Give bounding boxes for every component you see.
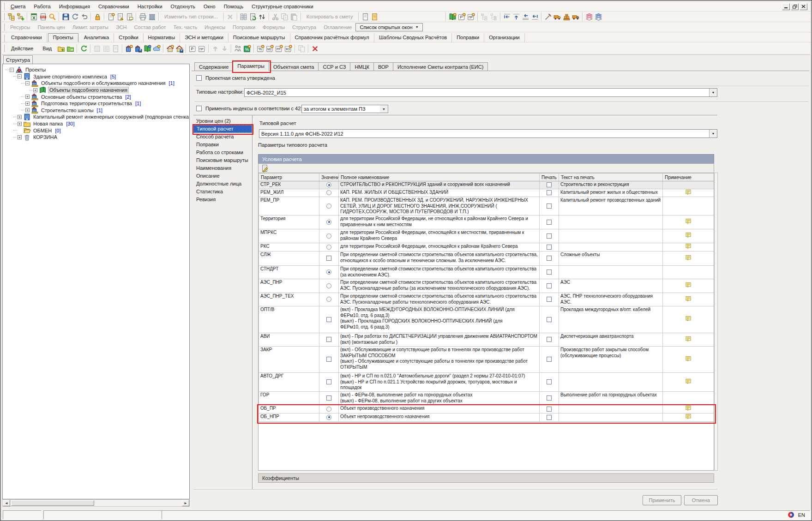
menu-item[interactable]: Окно	[199, 3, 220, 10]
value-radio[interactable]	[326, 283, 331, 288]
print-checkbox[interactable]	[547, 317, 552, 322]
print-checkbox[interactable]	[547, 245, 552, 250]
category-item[interactable]: Уровни цен (2)	[193, 117, 252, 125]
table-row[interactable]: СТР_РЕКСТРОИТЕЛЬСТВО и РЕКОНСТРУКЦИЯ зда…	[259, 181, 714, 189]
toolbar-label-button[interactable]: Изменить тип строки...	[161, 14, 222, 19]
keyboard-layout-icon[interactable]	[788, 511, 794, 519]
tree-item[interactable]: +Новая папка[30]	[3, 120, 189, 127]
panel-toggle[interactable]: Состав работ	[131, 24, 170, 30]
scrollbar-thumb[interactable]	[11, 500, 94, 506]
tree-item[interactable]: −Объекты подсобного и обслуживающего наз…	[3, 80, 189, 87]
house-export-icon[interactable]	[174, 44, 184, 53]
refresh-green-icon[interactable]	[79, 44, 88, 53]
panel-toggle[interactable]: Формулы	[259, 24, 289, 30]
columns-gray-icon[interactable]	[102, 44, 111, 53]
page-gray-icon[interactable]	[111, 44, 120, 53]
value-checkbox[interactable]	[326, 256, 331, 261]
tree-item[interactable]: −Здание спортивного комплекса[5]	[3, 73, 189, 80]
detail-tab[interactable]: НМЦК	[350, 62, 374, 71]
tree-structure-icon[interactable]	[6, 12, 16, 21]
table-row[interactable]: РЕМ_ЖИЛКАП. РЕМ. ЖИЛЫХ И ОБЩЕСТВЕННЫХ ЗД…	[259, 189, 714, 197]
indices-mode-combo[interactable]: за итогом к элементам ПЗ ▼	[301, 105, 388, 113]
detail-tab[interactable]: Содержание	[194, 62, 233, 71]
workspace-tab-поправки[interactable]: Поправки	[452, 33, 484, 42]
row-refresh-icon[interactable]	[248, 12, 258, 21]
table-row[interactable]: АЭС_ПНР_ТЕХПри определении сметной стоим…	[259, 293, 714, 306]
value-radio[interactable]	[326, 245, 331, 250]
print-checkbox[interactable]	[547, 204, 552, 209]
print-checkbox[interactable]	[547, 269, 552, 275]
note-icon[interactable]	[686, 316, 692, 323]
menu-item[interactable]: Структурные справочники	[247, 3, 317, 10]
open-windows-button[interactable]: Список открытых окон▼	[355, 23, 422, 31]
coefficients-section[interactable]: Коэффициенты	[258, 473, 714, 483]
table-row[interactable]: АВИ(вкл) - При работах по ДИСПЕТЧЕРИЗАЦИ…	[259, 333, 714, 347]
tree-item[interactable]: +Объекты подсобного назначения	[3, 87, 189, 94]
workspace-tab-проекты[interactable]: Проекты	[48, 33, 78, 42]
panel-toggle[interactable]: Тех. часть	[169, 24, 201, 30]
table-row[interactable]: АВТО_ДРГ(вкл) - НР и СП по п.021.0 ''Авт…	[259, 373, 714, 392]
panel-toggle[interactable]: Лимит. затраты	[69, 24, 112, 30]
menu-item[interactable]: Информация	[55, 3, 94, 10]
panel-toggle[interactable]: Структура	[289, 24, 320, 30]
table-row[interactable]: АЭС_ПНРПри определении сметной стоимости…	[259, 279, 714, 293]
settings-combo[interactable]: ФСНБ-2022_И15 ▼	[244, 88, 717, 97]
action-menu[interactable]: Действие	[6, 44, 38, 53]
print-checkbox[interactable]	[547, 337, 552, 342]
value-radio[interactable]	[326, 204, 331, 209]
layers-blue-icon[interactable]	[594, 12, 603, 21]
expand-icon[interactable]: +	[25, 95, 30, 99]
chevron-down-icon[interactable]: ▼	[709, 89, 717, 96]
table-vertical-scrollbar[interactable]	[714, 173, 718, 471]
tree-item[interactable]: +КОРЗИНА	[3, 134, 189, 141]
value-checkbox[interactable]	[326, 395, 331, 401]
down-arrow-icon[interactable]	[220, 44, 229, 53]
table-row[interactable]: ОБ_ПРОбъект производственного назначения	[259, 405, 714, 413]
table-row[interactable]: МПРКСдля территории Российской Федерации…	[259, 229, 714, 243]
table-row[interactable]: РЕМ_ПРКАП. РЕМ. ПРОИЗВОДСТВЕННЫХ ЗД. и С…	[259, 197, 714, 216]
value-radio[interactable]	[326, 220, 331, 225]
sort-updown-icon[interactable]	[258, 12, 267, 21]
workspace-tab-организации[interactable]: Организации	[484, 33, 525, 42]
workspace-tab-аналитика[interactable]: Аналитика	[79, 33, 114, 42]
indent-next-icon[interactable]	[521, 12, 530, 21]
value-checkbox[interactable]	[326, 337, 331, 342]
chevron-down-icon[interactable]: ▼	[380, 105, 388, 113]
table-row[interactable]: Территориядля территории Российской Феде…	[259, 216, 714, 229]
note-icon[interactable]	[686, 378, 692, 386]
pr-badge-icon[interactable]: ПР	[466, 12, 475, 21]
language-indicator[interactable]: EN	[798, 512, 805, 518]
note-icon[interactable]	[686, 218, 692, 226]
copy-icon[interactable]	[280, 12, 289, 21]
search-icon[interactable]	[48, 12, 57, 21]
value-radio[interactable]	[326, 190, 331, 195]
workspace-tab-нормативы[interactable]: Нормативы	[144, 33, 180, 42]
book-gear-icon[interactable]	[448, 12, 457, 21]
version-combo[interactable]: Версия 1.11.0 для ФСНБ-2022 И12 ▼	[259, 129, 717, 138]
expand-icon[interactable]: +	[18, 122, 22, 126]
value-checkbox[interactable]	[326, 357, 331, 362]
print-checkbox[interactable]	[547, 182, 552, 187]
print-checkbox[interactable]	[547, 415, 552, 420]
column-header[interactable]: Полное наименование	[339, 174, 540, 181]
percent-gear-icon[interactable]: %	[256, 44, 265, 53]
note-icon[interactable]	[686, 282, 692, 289]
detail-tab[interactable]: Объектная смета	[269, 62, 319, 71]
building-gray-icon[interactable]	[92, 44, 102, 53]
close-button[interactable]	[800, 3, 807, 10]
tree-item[interactable]: +Основные объекты строительства[2]	[3, 93, 189, 100]
collapse-icon[interactable]: −	[18, 74, 22, 78]
hierarchy-filter-icon[interactable]	[480, 12, 489, 21]
collapse-icon[interactable]: −	[25, 81, 30, 85]
close-red-icon[interactable]	[310, 44, 319, 53]
print-checkbox[interactable]	[547, 256, 552, 261]
column-header[interactable]: Параметр	[259, 174, 319, 181]
building-columns-icon[interactable]	[147, 12, 156, 21]
lock-icon[interactable]	[93, 12, 102, 21]
pdf-icon[interactable]: PDF	[38, 12, 48, 21]
print-checkbox[interactable]	[547, 407, 552, 412]
folder-plus-icon[interactable]	[56, 44, 66, 53]
tab-parameters[interactable]: Параметры	[233, 61, 269, 71]
tree-add-icon[interactable]	[16, 12, 25, 21]
value-radio[interactable]	[326, 415, 331, 420]
